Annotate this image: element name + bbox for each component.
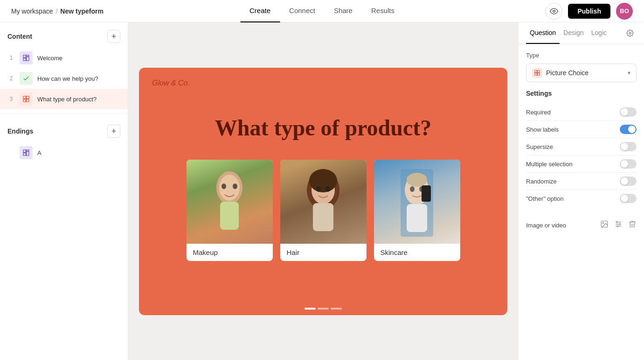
type-label: Type — [526, 52, 637, 59]
type-section: Type Picture Choice ▾ — [519, 44, 644, 90]
svg-rect-30 — [422, 185, 431, 202]
publish-button[interactable]: Publish — [568, 4, 610, 19]
svg-point-23 — [325, 186, 330, 192]
sidebar-item-2[interactable]: 2 How can we help you? — [0, 68, 128, 89]
item-num-1: 1 — [7, 55, 15, 61]
image-upload-button[interactable] — [600, 220, 609, 230]
setting-name-multiple-selection: Multiple selection — [526, 161, 573, 168]
workspace-link[interactable]: My workspace — [11, 7, 53, 15]
setting-supersize: Supersize — [526, 138, 637, 155]
svg-point-41 — [616, 221, 618, 223]
canvas-area: Glow & Co. What type of product? — [128, 22, 518, 360]
choice-card-hair[interactable]: Hair — [280, 160, 367, 261]
tab-results[interactable]: Results — [362, 0, 404, 22]
type-dropdown[interactable]: Picture Choice ▾ — [526, 64, 637, 82]
svg-point-20 — [309, 169, 337, 192]
toggle-required[interactable] — [620, 107, 637, 117]
makeup-person-svg — [206, 167, 253, 237]
panel-tab-logic[interactable]: Logic — [588, 22, 610, 44]
toggle-show-labels[interactable] — [620, 125, 637, 134]
endings-item[interactable]: A — [0, 142, 128, 163]
image-video-section: Image or video — [519, 214, 644, 236]
svg-rect-9 — [23, 150, 26, 152]
setting-name-other-option: "Other" option — [526, 195, 564, 202]
setting-randomize: Randomize — [526, 173, 637, 190]
chevron-down-icon: ▾ — [628, 70, 630, 76]
image-video-actions — [600, 220, 637, 230]
item-num-2: 2 — [7, 75, 15, 82]
image-adjust-button[interactable] — [614, 220, 623, 230]
svg-rect-27 — [407, 204, 427, 232]
svg-rect-5 — [23, 96, 26, 99]
toggle-randomize[interactable] — [620, 176, 637, 186]
svg-rect-35 — [538, 73, 540, 76]
choice-label-skincare: Skincare — [374, 244, 460, 261]
choice-card-makeup[interactable]: Makeup — [187, 160, 273, 261]
svg-point-22 — [316, 186, 321, 192]
type-dropdown-icon — [532, 68, 542, 78]
scroll-dot-2 — [318, 308, 329, 310]
setting-multiple-selection: Multiple selection — [526, 155, 637, 173]
svg-point-42 — [619, 224, 621, 225]
scroll-dot-3 — [331, 308, 342, 310]
content-label: Content — [7, 33, 32, 40]
svg-rect-21 — [313, 203, 333, 231]
brand-name: Glow & Co. — [152, 79, 190, 87]
tab-connect[interactable]: Connect — [280, 0, 325, 22]
scroll-dot-1 — [305, 308, 316, 310]
svg-rect-3 — [23, 58, 26, 61]
setting-show-labels: Show labels — [526, 121, 637, 138]
settings-gear-button[interactable] — [623, 27, 637, 40]
sidebar-item-3[interactable]: 3 What type of product? — [0, 89, 128, 109]
choice-card-skincare[interactable]: Skincare — [374, 160, 460, 261]
sidebar-divider — [0, 113, 128, 113]
sidebar-item-1[interactable]: 1 Welcome — [0, 48, 128, 68]
svg-point-28 — [410, 186, 415, 192]
add-endings-button[interactable]: + — [107, 125, 120, 138]
toggle-other-option[interactable] — [620, 194, 637, 203]
endings-section-header: Endings + — [0, 117, 128, 142]
panel-tab-design[interactable]: Design — [560, 22, 588, 44]
svg-point-0 — [553, 10, 555, 12]
endings-section: Endings + A — [0, 117, 128, 168]
setting-name-required: Required — [526, 109, 551, 116]
svg-rect-15 — [220, 202, 239, 230]
svg-rect-32 — [535, 71, 537, 73]
item-label-2: How can we help you? — [37, 75, 98, 82]
image-icon — [600, 220, 609, 228]
picture-icon — [20, 92, 33, 106]
choice-label-makeup: Makeup — [187, 244, 273, 261]
setting-required: Required — [526, 104, 637, 121]
svg-rect-6 — [27, 96, 29, 99]
endings-label: Endings — [7, 127, 33, 135]
skincare-person-svg — [394, 167, 440, 237]
svg-rect-2 — [27, 55, 29, 56]
tab-share[interactable]: Share — [325, 0, 362, 22]
svg-point-37 — [602, 222, 603, 223]
add-content-button[interactable]: + — [107, 30, 120, 43]
svg-rect-33 — [538, 71, 540, 73]
sidebar: Content + 1 Welcome 2 How can we help yo… — [0, 22, 128, 360]
setting-name-supersize: Supersize — [526, 143, 553, 150]
gear-icon — [626, 29, 634, 37]
tab-create[interactable]: Create — [240, 0, 280, 22]
svg-point-16 — [222, 184, 226, 189]
preview-button[interactable] — [546, 3, 562, 20]
top-navigation: My workspace / New typeform Create Conne… — [0, 0, 644, 22]
endings-item-label: A — [37, 149, 42, 156]
panel-tabs: Question Design Logic — [519, 22, 644, 44]
image-video-label: Image or video — [526, 222, 566, 229]
settings-section: Settings Required Show labels Supersize … — [519, 90, 644, 214]
nav-actions: Publish BO — [546, 3, 633, 20]
choice-label-hair: Hair — [280, 244, 367, 261]
toggle-supersize[interactable] — [620, 142, 637, 151]
settings-title: Settings — [526, 90, 637, 97]
panel-tab-question[interactable]: Question — [526, 22, 560, 44]
item-num-3: 3 — [7, 96, 15, 102]
toggle-multiple-selection[interactable] — [620, 159, 637, 169]
image-delete-button[interactable] — [628, 220, 637, 230]
canvas-question: What type of product? — [196, 114, 450, 141]
item-label-1: Welcome — [37, 55, 62, 62]
svg-rect-34 — [535, 73, 537, 76]
svg-point-17 — [233, 184, 237, 189]
